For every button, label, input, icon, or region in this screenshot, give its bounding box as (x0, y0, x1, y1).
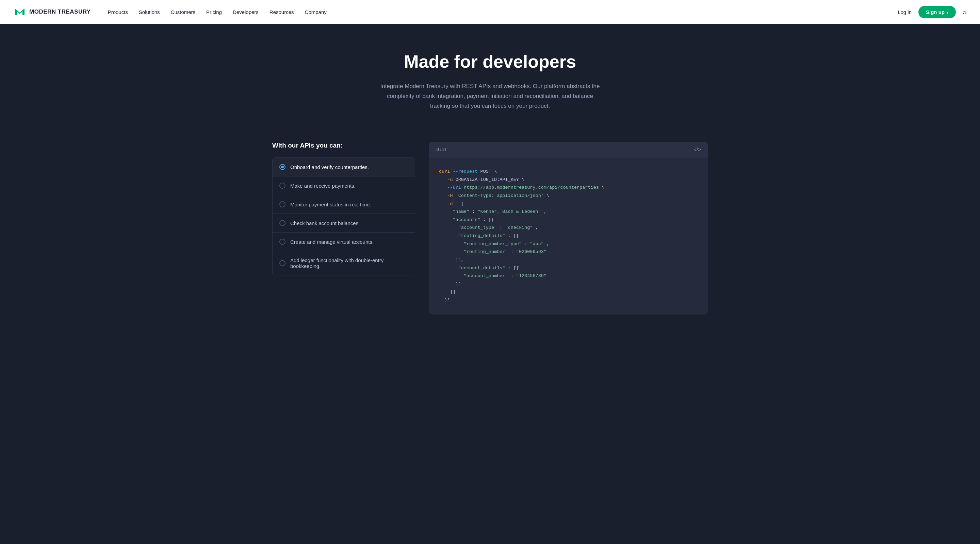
api-label-1: Make and receive payments. (290, 183, 356, 189)
nav-item-company[interactable]: Company (305, 9, 327, 15)
api-label-2: Monitor payment status in real time. (290, 201, 371, 208)
api-label-0: Onboard and verify counterparties. (290, 164, 369, 170)
api-label-5: Add ledger functionality with double-ent… (290, 257, 408, 269)
logo-icon (14, 6, 26, 18)
logo-text: MODERN TREASURY (29, 8, 91, 15)
code-panel: cURL </> curl --request POST \ -u ORGANI… (429, 142, 708, 314)
hero-section: Made for developers Integrate Modern Tre… (0, 24, 980, 132)
api-item-0[interactable]: Onboard and verify counterparties. (272, 158, 415, 176)
radio-dot-4 (279, 239, 285, 245)
code-curl: curl (439, 169, 450, 174)
search-icon[interactable]: ⌕ (963, 8, 966, 16)
nav-item-pricing[interactable]: Pricing (206, 9, 222, 15)
code-body: curl --request POST \ -u ORGANIZATION_ID… (429, 157, 708, 314)
signup-arrow-icon: › (947, 9, 948, 15)
api-item-1[interactable]: Make and receive payments. (272, 176, 415, 195)
api-item-3[interactable]: Check bank account balances. (272, 214, 415, 233)
radio-dot-1 (279, 182, 285, 189)
radio-dot-0 (279, 164, 285, 170)
radio-dot-5 (279, 260, 285, 266)
radio-dot-3 (279, 220, 285, 226)
navbar: MODERN TREASURY Products Solutions Custo… (0, 0, 980, 24)
signup-button[interactable]: Sign up › (918, 6, 956, 18)
hero-subtitle: Integrate Modern Treasury with REST APIs… (378, 82, 602, 111)
apis-heading: With our APIs you can: (272, 142, 415, 149)
nav-item-resources[interactable]: Resources (269, 9, 294, 15)
nav-item-products[interactable]: Products (108, 9, 128, 15)
code-lang-label: cURL (436, 147, 447, 152)
api-item-4[interactable]: Create and manage virtual accounts. (272, 233, 415, 251)
nav-actions: Log in Sign up › ⌕ (898, 6, 966, 18)
code-request: --request (453, 169, 478, 174)
left-panel: With our APIs you can: Onboard and verif… (272, 142, 415, 275)
main-content: With our APIs you can: Onboard and verif… (245, 132, 735, 335)
code-header: cURL </> (429, 142, 708, 157)
logo[interactable]: MODERN TREASURY (14, 6, 91, 18)
api-label-4: Create and manage virtual accounts. (290, 239, 374, 245)
login-link[interactable]: Log in (898, 9, 912, 15)
nav-links: Products Solutions Customers Pricing Dev… (108, 9, 898, 15)
radio-dot-2 (279, 201, 285, 208)
hero-title: Made for developers (14, 51, 966, 72)
api-item-5[interactable]: Add ledger functionality with double-ent… (272, 251, 415, 275)
nav-item-developers[interactable]: Developers (233, 9, 259, 15)
api-list: Onboard and verify counterparties. Make … (272, 157, 415, 275)
code-switch-icon[interactable]: </> (694, 146, 701, 152)
api-item-2[interactable]: Monitor payment status in real time. (272, 195, 415, 214)
nav-item-solutions[interactable]: Solutions (139, 9, 160, 15)
nav-item-customers[interactable]: Customers (171, 9, 196, 15)
api-label-3: Check bank account balances. (290, 220, 360, 226)
